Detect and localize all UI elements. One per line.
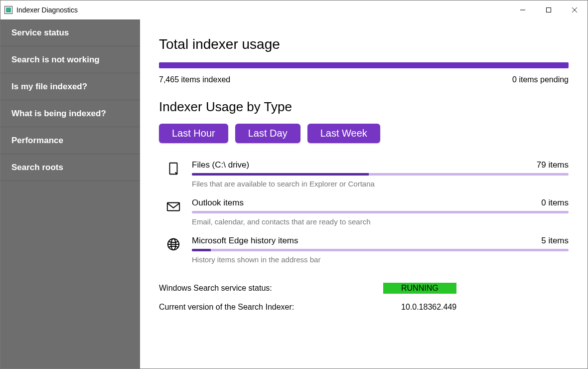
items-indexed-text: 7,465 items indexed [159,75,230,84]
mail-icon [165,198,182,215]
type-title: Files (C:\ drive) [192,160,249,170]
sidebar-item-label: Search roots [11,163,63,173]
type-bar-fill [192,249,211,251]
total-usage-heading: Total indexer usage [159,36,569,52]
app-body: Service status Search is not working Is … [0,19,588,369]
type-desc: History items shown in the address bar [192,255,569,264]
main-panel: Total indexer usage 7,465 items indexed … [140,19,588,369]
type-row-files: Files (C:\ drive) 79 items Files that ar… [165,160,569,188]
type-title: Outlook items [192,198,244,208]
last-week-button[interactable]: Last Week [307,124,380,143]
minimize-icon [520,7,526,13]
close-button[interactable] [562,0,588,19]
window-controls [510,0,588,19]
usage-type-list: Files (C:\ drive) 79 items Files that ar… [165,160,569,264]
sidebar: Service status Search is not working Is … [0,19,140,369]
version-row: Current version of the Search Indexer: 1… [159,303,569,312]
sidebar-item-label: What is being indexed? [11,109,106,119]
type-bar-fill [192,173,369,176]
sidebar-item-label: Performance [11,136,63,146]
type-bar [192,211,569,213]
globe-icon [165,236,182,253]
type-head: Outlook items 0 items [192,198,569,208]
svg-rect-5 [167,203,179,211]
type-head: Files (C:\ drive) 79 items [192,160,569,170]
maximize-icon [546,7,552,13]
service-status-row: Windows Search service status: RUNNING [159,283,569,294]
file-icon [165,160,182,177]
type-title: Microsoft Edge history items [192,236,298,246]
sidebar-item-label: Search is not working [11,55,100,65]
items-pending-text: 0 items pending [512,75,569,84]
type-count: 79 items [537,160,569,170]
type-body: Microsoft Edge history items 5 items His… [192,236,569,264]
app-icon [4,6,12,14]
close-icon [572,7,578,13]
status-block: Windows Search service status: RUNNING C… [159,283,569,312]
type-row-outlook: Outlook items 0 items Email, calendar, a… [165,198,569,226]
type-desc: Email, calendar, and contacts that are r… [192,217,569,226]
version-value: 10.0.18362.449 [383,303,456,312]
sidebar-item-label: Service status [11,28,69,38]
last-hour-button[interactable]: Last Hour [159,124,228,143]
sidebar-item-search-not-working[interactable]: Search is not working [0,46,140,73]
sidebar-item-what-is-indexed[interactable]: What is being indexed? [0,100,140,127]
time-range-buttons: Last Hour Last Day Last Week [159,124,569,143]
type-bar [192,249,569,251]
sidebar-item-service-status[interactable]: Service status [0,19,140,46]
sidebar-item-search-roots[interactable]: Search roots [0,154,140,181]
type-body: Outlook items 0 items Email, calendar, a… [192,198,569,226]
type-head: Microsoft Edge history items 5 items [192,236,569,246]
sidebar-item-label: Is my file indexed? [11,82,87,92]
total-usage-stats: 7,465 items indexed 0 items pending [159,75,569,84]
svg-rect-1 [547,8,551,12]
service-status-badge: RUNNING [383,283,456,294]
type-body: Files (C:\ drive) 79 items Files that ar… [192,160,569,188]
maximize-button[interactable] [536,0,562,19]
sidebar-item-is-file-indexed[interactable]: Is my file indexed? [0,73,140,100]
minimize-button[interactable] [510,0,536,19]
titlebar-left: Indexer Diagnostics [4,6,78,14]
usage-by-type-heading: Indexer Usage by Type [159,99,569,115]
total-usage-bar [159,62,569,68]
service-status-label: Windows Search service status: [159,284,383,293]
version-label: Current version of the Search Indexer: [159,303,383,312]
window-title: Indexer Diagnostics [16,6,78,14]
app-window: Indexer Diagnostics Service status Searc… [0,0,588,369]
sidebar-item-performance[interactable]: Performance [0,127,140,154]
type-row-edge-history: Microsoft Edge history items 5 items His… [165,236,569,264]
type-count: 5 items [541,236,569,246]
type-count: 0 items [541,198,569,208]
last-day-button[interactable]: Last Day [235,124,300,143]
titlebar: Indexer Diagnostics [0,0,588,19]
type-desc: Files that are available to search in Ex… [192,180,569,188]
type-bar [192,173,569,176]
